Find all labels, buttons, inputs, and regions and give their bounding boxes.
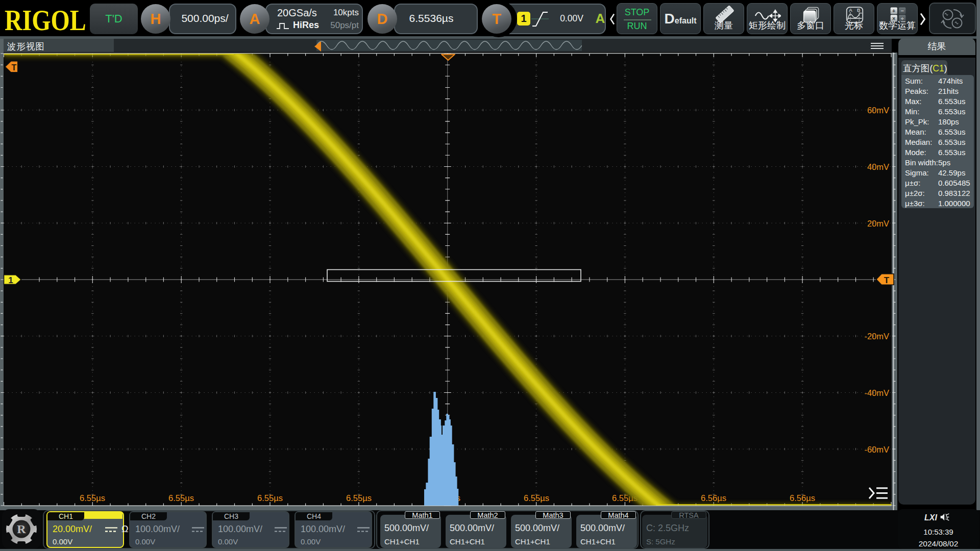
svg-text:-20mV: -20mV (864, 332, 889, 341)
svg-text:6.55µs: 6.55µs (524, 493, 549, 503)
svg-text:A: A (849, 7, 852, 13)
svg-text:R: R (17, 522, 26, 536)
svg-text:T: T (12, 63, 17, 72)
svg-text:-40mV: -40mV (864, 388, 889, 397)
svg-text:T: T (884, 276, 890, 285)
svg-text:−: − (901, 8, 904, 14)
svg-text:6.55µs: 6.55µs (168, 493, 194, 503)
svg-text:20mV: 20mV (867, 219, 889, 228)
svg-text:B: B (857, 7, 860, 13)
svg-text:6.55µs: 6.55µs (257, 493, 283, 503)
svg-text:6.56µs: 6.56µs (701, 493, 726, 503)
svg-text:+: + (892, 8, 895, 14)
svg-text:6.55µs: 6.55µs (346, 493, 372, 503)
svg-text:-60mV: -60mV (864, 445, 889, 454)
svg-text:6.56µs: 6.56µs (790, 493, 815, 503)
svg-text:6.55µs: 6.55µs (80, 493, 105, 503)
svg-text:60mV: 60mV (867, 106, 889, 115)
svg-text:1: 1 (8, 276, 13, 285)
svg-text:40mV: 40mV (867, 162, 889, 171)
